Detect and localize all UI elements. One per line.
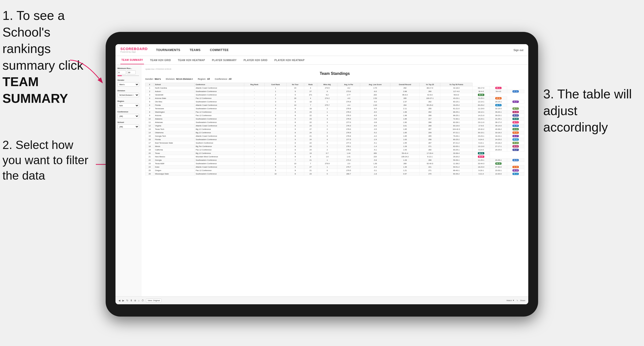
filter-region-select[interactable]: N/A All — [118, 103, 139, 108]
cell-data: 97-21-1 — [440, 131, 472, 135]
cell-data: 271 — [304, 93, 317, 97]
cell-data: 3 — [317, 117, 337, 121]
resize-icon[interactable]: ⤡ — [516, 299, 518, 302]
logo-subtext: Powered by clippi — [120, 51, 148, 53]
subnav-player-h2h-heatmap[interactable]: PLAYER H2H HEATMAP — [274, 56, 306, 64]
cell-rank: 9 — [146, 114, 154, 117]
filter-min-input[interactable] — [118, 70, 126, 74]
cell-rank: 21 — [146, 155, 154, 159]
cell-data: 1.85 — [390, 131, 420, 135]
share-icon[interactable]: ⬆ — [130, 299, 132, 302]
cell-data: 39-20-1 — [490, 110, 507, 114]
cell-data: 10 — [286, 104, 304, 107]
back-icon[interactable]: ◀ — [118, 299, 120, 302]
cell-school: Virginia — [154, 124, 194, 128]
filter-school-select[interactable]: (All) — [118, 124, 139, 129]
cell-data: 279.5 — [337, 169, 360, 172]
subnav-team-summary[interactable]: TEAM SUMMARY — [120, 56, 144, 64]
watch-button[interactable]: Watch ▼ — [506, 299, 514, 302]
cell-conference: Atlantic Coast Conference — [194, 104, 244, 107]
filter-division-select[interactable]: NCAA Division I NCAA Division II NCAA Di… — [118, 93, 139, 97]
filter-region-label: Region — [118, 100, 139, 102]
cell-data: 18-23-0 — [472, 166, 490, 169]
subnav: TEAM SUMMARY TEAM H2H GRID TEAM H2H HEAT… — [116, 56, 528, 65]
cell-conference: Southeastern Conference — [194, 172, 244, 176]
cell-conference: Mountain West Conference — [194, 155, 244, 159]
cell-data: 9-24-0 — [472, 138, 490, 141]
filter-row: Gender: Men's Division: NCAA Division I … — [145, 78, 524, 80]
col-wins: Wins Adj. — [317, 83, 337, 86]
cell-data: 24-25-2 — [490, 138, 507, 141]
score-badge: 85.58 — [495, 97, 502, 99]
cell-school: Texas Tech — [154, 128, 194, 131]
forward-icon[interactable]: ▶ — [122, 299, 124, 302]
cell-data: 276.9 — [337, 131, 360, 135]
refresh-icon[interactable]: ↻ — [126, 299, 128, 302]
cell-data: 276.9 — [337, 117, 360, 121]
nav-items: TOURNAMENTS TEAMS COMMITTEE — [155, 48, 514, 52]
filter-max-input[interactable] — [127, 70, 136, 74]
sign-out-button[interactable]: Sign out — [514, 49, 523, 51]
cell-data: 23-33-1 — [490, 169, 507, 172]
cell-data: 10 — [265, 172, 286, 176]
col-vs-top25: Vs Top 25 — [420, 83, 440, 86]
filter-slider[interactable] — [118, 75, 139, 76]
cell-data: 61-21-0 — [440, 107, 472, 110]
cell-data: 2.77 — [337, 93, 360, 97]
cell-data: 1.28 — [390, 159, 420, 162]
cell-data: 276.3 — [337, 110, 360, 114]
cell-school: North Carolina — [154, 86, 194, 90]
cell-score: 88.54 — [507, 159, 524, 162]
score-badge: 80.13 — [512, 173, 519, 175]
cell-data: 6.2 — [317, 93, 337, 97]
table-row: 19CaliforniaPac-12 Conference-48242278.2… — [146, 148, 524, 152]
cell-school: Duke — [154, 166, 194, 169]
cell-rank: 12 — [146, 124, 154, 128]
cell-data: 63-17-0 — [472, 86, 490, 90]
nav-teams[interactable]: TEAMS — [189, 48, 202, 52]
score-badge: 83.27 — [512, 149, 519, 151]
cell-score: 82.98 — [507, 166, 524, 169]
cell-data: 9-10-1 — [472, 141, 490, 145]
update-time: Update time: 27/03/2024 16:56:26 — [145, 68, 524, 70]
view-original-button[interactable]: View: Original — [146, 299, 162, 302]
cell-data: -5.0 — [360, 100, 390, 104]
subnav-team-h2h-grid[interactable]: TEAM H2H GRID — [149, 56, 172, 64]
cell-data: - — [244, 114, 264, 117]
cell-data: 267 — [420, 141, 440, 145]
cell-data: 83-25-1 — [440, 148, 472, 152]
subnav-team-h2h-heatmap[interactable]: TEAM H2H HEATMAP — [177, 56, 206, 64]
home-icon[interactable]: ⌂ — [138, 299, 140, 302]
cell-data: 8 — [286, 141, 304, 145]
nav-tournaments[interactable]: TOURNAMENTS — [155, 48, 181, 52]
cell-data: 1.85 — [390, 128, 420, 131]
nav-committee[interactable]: COMMITTEE — [209, 48, 230, 52]
subnav-player-summary[interactable]: PLAYER SUMMARY — [211, 56, 238, 64]
score-badge: 89.11 — [495, 87, 502, 89]
cell-data: 23 — [286, 86, 304, 90]
cell-data: 72-30-1 — [440, 117, 472, 121]
share-button[interactable]: Share — [520, 299, 525, 302]
cell-score: 89.11 — [490, 86, 507, 90]
filter-gender-select[interactable]: Men's Women's — [118, 82, 139, 87]
cell-rank: 2 — [146, 90, 154, 93]
cell-data: 1.55 — [390, 141, 420, 145]
cell-data: 9-12-1 — [420, 155, 440, 159]
cell-data: 280.7 — [337, 172, 360, 176]
cell-score: 88.42 — [490, 162, 507, 166]
cell-data: -5.1 — [360, 141, 390, 145]
clock-icon[interactable]: ⏱ — [142, 299, 144, 302]
subnav-player-h2h-grid[interactable]: PLAYER H2H GRID — [242, 56, 268, 64]
cell-school: Oregon — [154, 169, 194, 172]
bookmark-icon[interactable]: ⊕ — [134, 299, 136, 302]
cell-data: 87-21-2 — [440, 141, 472, 145]
cell-data: 27 — [304, 128, 317, 131]
cell-data: 276.8 — [337, 135, 360, 138]
cell-data: 24 — [304, 138, 317, 141]
filter-gender-label: Gender — [118, 79, 139, 81]
filter-conference-select[interactable]: (All) — [118, 114, 139, 118]
cell-data: 269 — [360, 152, 390, 155]
cell-data: 1.85 — [390, 135, 420, 138]
cell-conference: Southern Conference — [194, 141, 244, 145]
cell-data: 43-23-1 — [440, 97, 472, 100]
